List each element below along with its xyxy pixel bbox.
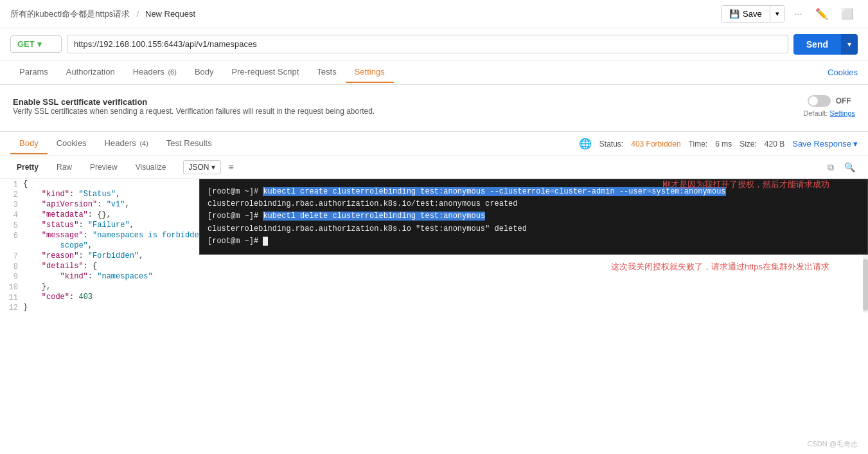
save-icon: 💾 — [729, 9, 740, 19]
ssl-left: Enable SSL certificate verification Veri… — [13, 97, 375, 116]
format-tab-preview-label: Preview — [90, 163, 118, 172]
format-tab-raw-label: Raw — [57, 163, 72, 172]
tab-tests[interactable]: Tests — [308, 62, 345, 83]
send-button[interactable]: Send — [793, 34, 841, 55]
line-num: 8 — [0, 261, 23, 271]
save-response-button[interactable]: Save Response ▾ — [792, 139, 858, 149]
ssl-default-label: Default: Settings — [803, 109, 855, 117]
tab-authorization[interactable]: Authorization — [57, 62, 124, 83]
format-select-dropdown[interactable]: JSON ▾ — [183, 160, 221, 174]
top-bar-actions: 💾 Save ▾ ··· ✏️ ⬜ — [721, 5, 858, 23]
line-code: "code": 403 — [23, 292, 868, 302]
request-tabs-row: Params Authorization Headers (6) Body Pr… — [0, 60, 868, 85]
ssl-settings-link[interactable]: Settings — [829, 109, 855, 117]
format-tab-pretty[interactable]: Pretty — [10, 160, 45, 174]
line-num: 2 — [0, 189, 23, 199]
tab-headers[interactable]: Headers (6) — [124, 62, 186, 83]
format-tab-raw[interactable]: Raw — [50, 160, 78, 174]
toggle-thumb — [809, 96, 818, 105]
ssl-header: Enable SSL certificate verification Veri… — [13, 95, 855, 117]
table-row: 12 } — [0, 302, 868, 313]
format-tab-visualize[interactable]: Visualize — [129, 160, 173, 174]
cookies-link[interactable]: Cookies — [828, 68, 858, 77]
table-row: 9 "kind": "namespaces" — [0, 271, 868, 282]
toggle-track[interactable] — [808, 95, 831, 107]
resp-tab-test-results-label: Test Results — [166, 138, 212, 148]
format-select-label: JSON — [189, 163, 209, 172]
ssl-desc: Verify SSL certificates when sending a r… — [13, 107, 375, 116]
resp-tab-headers-badge: (4) — [139, 140, 148, 147]
line-num: 5 — [0, 220, 23, 230]
status-label: Status: — [599, 140, 623, 149]
table-row: 11 "code": 403 — [0, 292, 868, 302]
search-icon-button[interactable]: 🔍 — [842, 161, 858, 174]
format-tab-preview[interactable]: Preview — [84, 160, 124, 174]
breadcrumb-parent[interactable]: 所有的kubectl命令都是https请求 — [10, 8, 130, 20]
save-main-button[interactable]: 💾 Save — [722, 6, 770, 22]
save-button-group[interactable]: 💾 Save ▾ — [721, 5, 785, 23]
terminal-line-2: clusterrolebinding.rbac.authorization.k8… — [208, 198, 860, 210]
url-input[interactable] — [67, 35, 788, 53]
resp-tab-body[interactable]: Body — [10, 133, 48, 154]
response-tabs: Body Cookies Headers (4) Test Results — [10, 133, 221, 154]
resp-tab-headers-label: Headers — [105, 138, 136, 148]
breadcrumb-sep: / — [136, 9, 139, 19]
resp-tab-cookies[interactable]: Cookies — [48, 133, 96, 154]
response-tabs-row: Body Cookies Headers (4) Test Results 🌐 … — [0, 132, 868, 156]
copy-icon-button[interactable]: ⧉ — [825, 161, 837, 174]
resp-tab-body-label: Body — [19, 138, 39, 148]
line-num: 10 — [0, 282, 23, 292]
ssl-toggle[interactable]: OFF — [808, 95, 851, 107]
line-code: }, — [23, 282, 868, 292]
tab-settings[interactable]: Settings — [346, 62, 394, 83]
globe-icon: 🌐 — [579, 138, 592, 150]
method-dropdown-icon: ▾ — [37, 39, 42, 49]
tab-body-label: Body — [195, 67, 214, 77]
more-options-button[interactable]: ··· — [790, 6, 806, 23]
time-value: 6 ms — [715, 140, 732, 149]
line-num: 12 — [0, 302, 23, 313]
tab-headers-badge: (6) — [168, 68, 176, 76]
line-code: "details": { — [23, 261, 868, 271]
line-num: 7 — [0, 251, 23, 261]
line-num: 6 — [0, 230, 23, 241]
line-num — [0, 241, 23, 251]
method-label: GET — [17, 39, 35, 49]
tab-headers-label: Headers — [133, 67, 164, 77]
breadcrumb: 所有的kubectl命令都是https请求 / New Request — [10, 8, 195, 20]
method-select[interactable]: GET ▾ — [10, 35, 62, 53]
save-dropdown-button[interactable]: ▾ — [770, 6, 784, 21]
filter-icon-button[interactable]: ≡ — [226, 161, 236, 174]
tab-params[interactable]: Params — [10, 62, 57, 83]
request-tabs: Params Authorization Headers (6) Body Pr… — [10, 62, 394, 83]
breadcrumb-current: New Request — [145, 9, 195, 19]
tab-body[interactable]: Body — [186, 62, 223, 83]
resp-tab-test-results[interactable]: Test Results — [157, 133, 221, 154]
edit-icon-button[interactable]: ✏️ — [811, 5, 832, 23]
ssl-default-text: Default: — [803, 109, 829, 117]
layout-icon-button[interactable]: ⬜ — [837, 5, 858, 23]
format-bar: Pretty Raw Preview Visualize JSON ▾ ≡ ⧉ … — [0, 156, 868, 179]
ssl-toggle-group: OFF Default: Settings — [803, 95, 855, 117]
size-label: Size: — [740, 140, 757, 149]
line-num: 4 — [0, 210, 23, 220]
format-bar-actions: ⧉ 🔍 — [825, 161, 858, 174]
line-num: 11 — [0, 292, 23, 302]
url-bar: GET ▾ Send ▾ — [0, 28, 868, 60]
tab-prerequest[interactable]: Pre-request Script — [223, 62, 308, 83]
send-dropdown-button[interactable]: ▾ — [841, 34, 858, 55]
terminal-overlay: [root@m ~]# kubectl create clusterrolebi… — [199, 179, 868, 255]
size-value: 420 B — [765, 140, 784, 149]
tab-tests-label: Tests — [317, 67, 336, 77]
top-bar: 所有的kubectl命令都是https请求 / New Request 💾 Sa… — [0, 0, 868, 28]
tab-settings-label: Settings — [355, 67, 385, 77]
resp-tab-headers[interactable]: Headers (4) — [96, 133, 157, 154]
ssl-title: Enable SSL certificate verification — [13, 97, 375, 107]
format-select-arrow-icon: ▾ — [211, 163, 215, 172]
time-label: Time: — [689, 140, 708, 149]
terminal-line-1: [root@m ~]# kubectl create clusterrolebi… — [208, 186, 860, 198]
tab-params-label: Params — [19, 67, 48, 77]
line-code: "kind": "namespaces" — [23, 271, 868, 282]
line-num: 1 — [0, 179, 23, 189]
tab-prerequest-label: Pre-request Script — [232, 67, 299, 77]
